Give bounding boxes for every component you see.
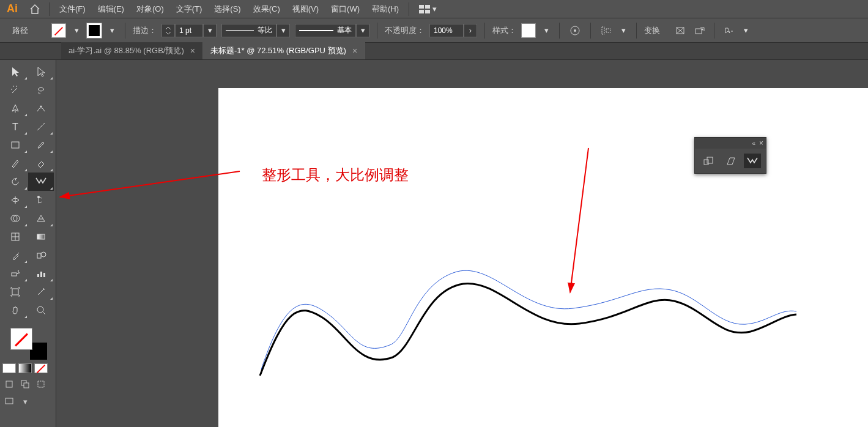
reshape-tool[interactable] xyxy=(28,173,54,191)
symbol-sprayer-tool[interactable] xyxy=(2,264,28,283)
shear-tool-icon[interactable] xyxy=(722,154,739,168)
variable-width-profile[interactable]: 等比 xyxy=(221,24,276,37)
type-tool[interactable]: T xyxy=(2,117,28,136)
menu-separator xyxy=(409,2,409,16)
color-mode-none[interactable] xyxy=(34,363,48,373)
perspective-grid-tool[interactable] xyxy=(28,209,54,228)
stroke-weight-field[interactable]: 1 pt xyxy=(175,24,203,37)
panel-titlebar[interactable]: « × xyxy=(695,138,766,149)
rectangle-tool[interactable] xyxy=(2,136,28,154)
curvature-tool[interactable] xyxy=(28,99,54,117)
puppet-warp-tool[interactable] xyxy=(28,191,54,209)
svg-point-24 xyxy=(41,252,46,257)
divider xyxy=(559,23,560,39)
arrange-documents-button[interactable]: ▾ xyxy=(419,4,437,13)
color-mode-gradient[interactable] xyxy=(18,363,32,373)
draw-inside[interactable] xyxy=(34,378,48,390)
artwork-path[interactable] xyxy=(260,283,796,376)
preview-path xyxy=(261,270,796,369)
zoom-tool[interactable] xyxy=(28,301,54,319)
rotate-tool[interactable] xyxy=(2,173,28,191)
hand-tool[interactable] xyxy=(2,301,28,319)
svg-point-33 xyxy=(37,306,43,313)
color-mode-row xyxy=(0,361,56,376)
mesh-tool[interactable] xyxy=(2,228,28,246)
close-icon[interactable]: × xyxy=(190,46,195,56)
paintbrush-tool[interactable] xyxy=(28,136,54,154)
stroke-weight-stepper[interactable] xyxy=(161,24,175,37)
edit-clip-button[interactable] xyxy=(692,23,708,39)
fill-swatch[interactable] xyxy=(51,23,66,38)
draw-behind[interactable] xyxy=(18,378,32,390)
column-graph-tool[interactable] xyxy=(28,264,54,283)
document-tab[interactable]: 未标题-1* @ 72.51% (RGB/GPU 预览) × xyxy=(203,42,365,59)
variable-width-dropdown[interactable]: ▾ xyxy=(276,24,290,37)
brush-dropdown[interactable]: ▾ xyxy=(356,24,369,37)
svg-point-27 xyxy=(18,272,20,273)
artboard[interactable]: « × xyxy=(218,88,868,427)
recolor-artwork-button[interactable] xyxy=(567,23,583,39)
pen-tool[interactable] xyxy=(2,99,28,117)
menu-object[interactable]: 对象(O) xyxy=(130,0,170,18)
screen-mode-button[interactable] xyxy=(2,395,16,407)
magic-wand-tool[interactable] xyxy=(2,81,28,99)
divider xyxy=(484,23,485,39)
screen-mode-row: ▾ xyxy=(0,393,56,410)
document-tab[interactable]: ai-学习.ai @ 88.85% (RGB/预览) × xyxy=(61,42,203,59)
menu-file[interactable]: 文件(F) xyxy=(53,0,92,18)
stroke-weight-dropdown[interactable]: ▾ xyxy=(203,24,217,37)
select-similar-dropdown[interactable]: ▾ xyxy=(740,23,751,38)
collapse-icon[interactable]: « xyxy=(752,140,755,147)
color-mode-solid[interactable] xyxy=(2,363,16,373)
close-icon[interactable]: × xyxy=(352,46,357,56)
draw-normal[interactable] xyxy=(2,378,16,390)
opacity-expand[interactable]: › xyxy=(464,24,477,37)
slice-tool[interactable] xyxy=(28,283,54,301)
direct-selection-tool[interactable] xyxy=(28,62,54,81)
menu-type[interactable]: 文字(T) xyxy=(170,0,209,18)
eyedropper-tool[interactable] xyxy=(2,246,28,264)
menu-window[interactable]: 窗口(W) xyxy=(325,0,366,18)
screen-mode-dropdown[interactable]: ▾ xyxy=(18,395,32,407)
menu-help[interactable]: 帮助(H) xyxy=(366,0,405,18)
shape-builder-tool[interactable] xyxy=(2,209,28,228)
selection-tool[interactable] xyxy=(2,62,28,81)
graphic-style-dropdown[interactable]: ▾ xyxy=(541,23,552,38)
fill-color[interactable] xyxy=(10,328,32,350)
floating-tool-panel[interactable]: « × xyxy=(694,137,766,174)
menu-separator xyxy=(49,2,50,16)
svg-text:T: T xyxy=(12,122,18,132)
gradient-tool[interactable] xyxy=(28,228,54,246)
lasso-tool[interactable] xyxy=(28,81,54,99)
align-dropdown[interactable]: ▾ xyxy=(618,23,629,38)
stroke-dropdown[interactable]: ▾ xyxy=(106,23,117,38)
fill-dropdown[interactable]: ▾ xyxy=(71,23,82,38)
svg-rect-1 xyxy=(425,5,430,9)
line-tool[interactable] xyxy=(28,117,54,136)
svg-rect-23 xyxy=(37,253,41,258)
reshape-tool-icon[interactable] xyxy=(744,154,761,168)
menu-select[interactable]: 选择(S) xyxy=(208,0,247,18)
width-tool[interactable] xyxy=(2,191,28,209)
align-button[interactable] xyxy=(598,23,614,39)
brush-definition[interactable]: 基本 xyxy=(295,24,356,37)
home-icon[interactable] xyxy=(24,4,45,14)
artboard-tool[interactable] xyxy=(2,283,28,301)
opacity-field[interactable]: 100% xyxy=(429,24,464,37)
select-similar-button[interactable] xyxy=(721,23,736,39)
menu-edit[interactable]: 编辑(E) xyxy=(92,0,130,18)
scale-tool-icon[interactable] xyxy=(700,154,717,168)
svg-rect-38 xyxy=(38,381,44,387)
stroke-swatch[interactable] xyxy=(87,23,102,38)
svg-rect-39 xyxy=(6,398,13,404)
isolate-button[interactable] xyxy=(672,23,688,39)
eraser-tool[interactable] xyxy=(28,154,54,173)
close-icon[interactable]: × xyxy=(759,139,763,147)
menu-effect[interactable]: 效果(C) xyxy=(247,0,286,18)
style-label: 样式： xyxy=(492,25,516,36)
pencil-tool[interactable] xyxy=(2,154,28,173)
blend-tool[interactable] xyxy=(28,246,54,264)
graphic-style-swatch[interactable] xyxy=(521,23,536,38)
menu-view[interactable]: 视图(V) xyxy=(286,0,325,18)
fill-stroke-indicator[interactable] xyxy=(10,328,46,358)
